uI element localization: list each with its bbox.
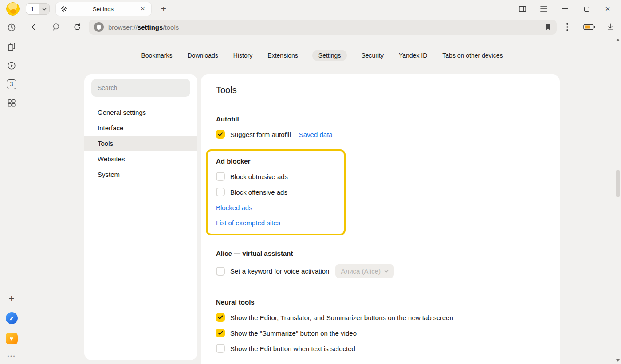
new-tab-button[interactable]: + [158,4,169,14]
chevron-down-icon [384,270,389,273]
favorites-heart-icon[interactable]: ♥ [6,333,18,344]
refresh-icon[interactable] [72,22,83,32]
settings-top-nav: Bookmarks Downloads History Extensions S… [23,50,621,61]
apps-grid-icon[interactable] [6,98,17,108]
history-icon[interactable] [6,22,17,33]
neural-row: Show the "Summarize" button on the video [216,329,545,337]
checkmark-icon [218,315,223,320]
scrollbar-thumb[interactable] [616,170,620,197]
browser-menu-icon[interactable] [540,5,547,12]
page-title: Tools [201,74,560,102]
video-play-icon[interactable] [6,60,17,71]
site-badge-icon[interactable] [94,22,104,32]
downloads-icon[interactable] [606,23,615,31]
section-alice: Alice — virtual assistant Set a keyword … [216,250,545,278]
section-neural-tools: Neural tools Show the Editor, Translator… [216,298,545,353]
summarize-video-checkbox[interactable] [216,329,225,337]
sidebar-rail: 3 + ♥ ••• [0,18,23,364]
checkbox-label: Show the "Summarize" button on the video [230,329,357,337]
nav-settings[interactable]: Settings [312,50,347,61]
yandex-circle-icon[interactable] [51,22,61,32]
nav-history[interactable]: History [232,50,254,61]
toolbar: browser://settings/tools [23,18,621,36]
more-options-icon[interactable] [563,23,572,31]
section-heading: Ad blocker [216,157,335,165]
checkbox-label: Block obtrusive ads [230,173,288,180]
block-offensive-ads-checkbox[interactable] [216,188,225,196]
sidebar-item-websites[interactable]: Websites [84,151,197,167]
window-controls: × [519,5,617,12]
tab-close-icon[interactable]: × [139,5,147,13]
url-prefix: browser:// [108,23,138,31]
close-button[interactable]: × [604,5,611,12]
tab-settings[interactable]: Settings × [56,2,151,16]
ad-blocker-highlight-frame: Ad blocker Block obtrusive ads Block off… [206,149,346,235]
tab-list-dropdown[interactable] [39,4,49,14]
chevron-down-icon [42,8,47,11]
tab-count-badge[interactable]: 3 [7,79,16,89]
nav-bookmarks[interactable]: Bookmarks [140,50,173,61]
rail-more-icon[interactable]: ••• [7,353,16,360]
checkbox-label: Show the Editor, Translator, and Summari… [230,314,453,321]
ad-blocker-row: Block obtrusive ads [216,172,335,181]
battery-icon[interactable] [583,24,595,30]
autofill-row: Suggest form autofill Saved data [216,130,545,139]
scroll-up-arrow-icon[interactable] [616,39,620,41]
sidebar-item-system[interactable]: System [84,167,197,182]
voice-keyword-checkbox[interactable] [216,267,225,276]
search-input[interactable] [91,79,190,97]
minimize-button[interactable] [562,5,569,12]
section-autofill: Autofill Suggest form autofill Saved dat… [216,115,545,139]
checkbox-label: Block offensive ads [230,188,287,196]
section-heading: Alice — virtual assistant [216,250,545,257]
nav-downloads[interactable]: Downloads [187,50,219,61]
editor-buttons-checkbox[interactable] [216,313,225,322]
saved-data-link[interactable]: Saved data [299,131,333,138]
bookmark-flag-icon[interactable] [545,23,551,31]
checkmark-icon [218,331,223,335]
section-heading: Neural tools [216,298,545,306]
url-host: settings [138,23,163,31]
sidebar-item-interface[interactable]: Interface [84,120,197,136]
checkmark-icon [218,132,223,137]
edit-selected-text-checkbox[interactable] [216,344,225,353]
maximize-button[interactable] [583,5,590,12]
nav-tabs-other-devices[interactable]: Tabs on other devices [441,50,503,61]
titlebar: 1 Settings × + × [0,0,621,18]
block-obtrusive-ads-checkbox[interactable] [216,172,225,181]
checkbox-label: Suggest form autofill [230,131,291,138]
settings-menu-panel: General settings Interface Tools Website… [84,74,197,360]
url-path: /tools [163,23,179,31]
yandex-browser-logo-icon[interactable] [6,312,18,324]
scroll-down-arrow-icon[interactable] [616,359,620,362]
back-icon[interactable] [29,22,40,32]
alice-keyword-dropdown[interactable]: Алиса (Alice) [335,264,394,278]
neural-row: Show the Editor, Translator, and Summari… [216,313,545,322]
url-text: browser://settings/tools [108,23,179,31]
side-panel-icon[interactable] [519,5,526,12]
profile-avatar[interactable] [6,2,20,16]
settings-page: Bookmarks Downloads History Extensions S… [23,36,621,364]
nav-yandex-id[interactable]: Yandex ID [398,50,428,61]
alice-row: Set a keyword for voice activation Алиса… [216,264,545,278]
tab-title: Settings [67,6,139,12]
bookmarks-collections-icon[interactable] [6,41,17,52]
sidebar-item-label: Tools [98,140,113,147]
suggest-autofill-checkbox[interactable] [216,130,225,139]
sidebar-item-tools[interactable]: Tools [84,136,197,151]
tab-counter[interactable]: 1 [26,3,50,15]
page-scrollbar[interactable] [615,36,621,364]
exempted-sites-link[interactable]: List of exempted sites [216,219,335,227]
dropdown-value: Алиса (Alice) [341,267,381,275]
section-heading: Autofill [216,115,545,123]
nav-security[interactable]: Security [360,50,385,61]
tab-count-value: 1 [26,4,39,14]
sidebar-item-label: General settings [98,109,146,116]
sidebar-item-label: Interface [98,124,123,132]
nav-extensions[interactable]: Extensions [267,50,299,61]
sidebar-item-general-settings[interactable]: General settings [84,105,197,120]
checkbox-label: Set a keyword for voice activation [230,267,329,275]
blocked-ads-link[interactable]: Blocked ads [216,204,335,211]
address-bar[interactable]: browser://settings/tools [89,20,557,35]
rail-add-icon[interactable]: + [9,294,15,304]
